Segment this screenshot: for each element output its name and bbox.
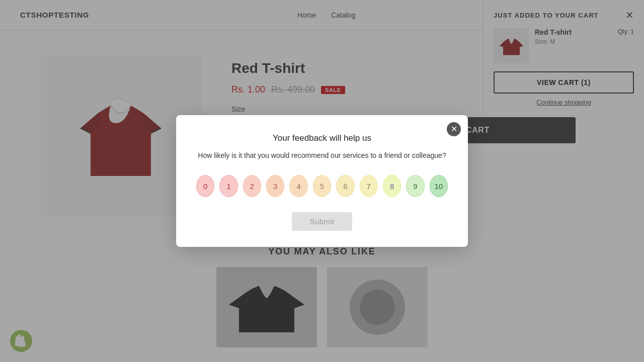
modal-title: Your feedback will help us <box>196 133 448 143</box>
modal-backdrop: ✕ Your feedback will help us How likely … <box>0 0 644 362</box>
rating-row: 0 1 2 3 4 5 6 7 8 9 10 <box>196 175 448 197</box>
modal-close-button[interactable]: ✕ <box>447 122 461 136</box>
rating-button-9[interactable]: 9 <box>406 175 424 197</box>
rating-button-8[interactable]: 8 <box>383 175 401 197</box>
feedback-modal: ✕ Your feedback will help us How likely … <box>176 115 468 247</box>
rating-button-3[interactable]: 3 <box>266 175 284 197</box>
rating-button-7[interactable]: 7 <box>360 175 378 197</box>
modal-question: How likely is it that you would recommen… <box>196 150 448 161</box>
rating-button-6[interactable]: 6 <box>336 175 354 197</box>
rating-button-5[interactable]: 5 <box>313 175 331 197</box>
rating-button-0[interactable]: 0 <box>196 175 214 197</box>
rating-button-10[interactable]: 10 <box>430 175 448 197</box>
submit-button[interactable]: Submit <box>292 212 353 231</box>
page: CTSHOPTESTING Home Catalog <box>0 0 644 362</box>
rating-button-4[interactable]: 4 <box>289 175 307 197</box>
rating-button-2[interactable]: 2 <box>243 175 261 197</box>
rating-button-1[interactable]: 1 <box>219 175 237 197</box>
